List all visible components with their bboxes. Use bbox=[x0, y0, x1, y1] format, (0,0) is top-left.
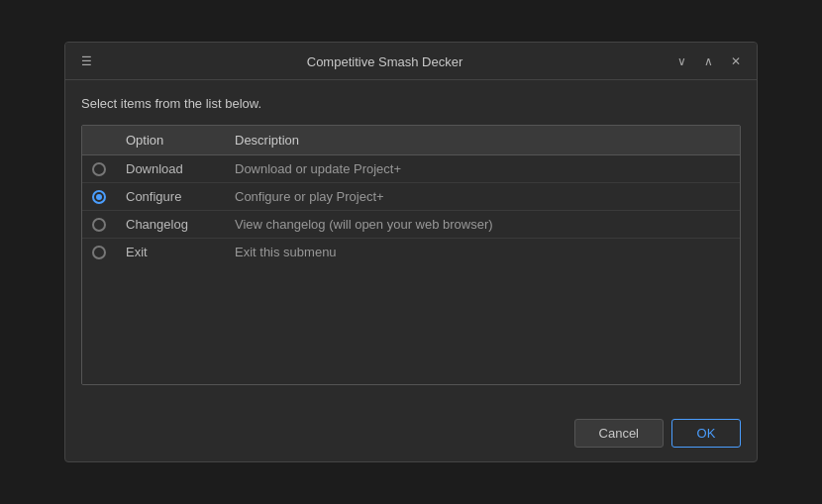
ok-button[interactable]: OK bbox=[671, 419, 741, 448]
menu-icon[interactable]: ☰ bbox=[77, 53, 96, 69]
radio-configure[interactable] bbox=[92, 190, 106, 204]
dialog-title: Competitive Smash Decker bbox=[307, 54, 463, 69]
table-row[interactable]: ExitExit this submenu bbox=[82, 239, 740, 266]
empty-area bbox=[82, 265, 740, 384]
instruction-text: Select items from the list below. bbox=[81, 96, 741, 111]
radio-cell[interactable] bbox=[82, 155, 116, 183]
col-header-option: Option bbox=[116, 126, 225, 155]
option-name-changelog: Changelog bbox=[116, 211, 225, 239]
table-row[interactable]: ConfigureConfigure or play Project+ bbox=[82, 183, 740, 211]
cancel-button[interactable]: Cancel bbox=[574, 419, 664, 448]
title-bar: ☰ Competitive Smash Decker ∨ ∧ ✕ bbox=[65, 43, 757, 80]
options-table: Option Description DownloadDownload or u… bbox=[82, 126, 740, 265]
table-header-row: Option Description bbox=[82, 126, 740, 155]
table-row[interactable]: DownloadDownload or update Project+ bbox=[82, 155, 740, 183]
table-row[interactable]: ChangelogView changelog (will open your … bbox=[82, 211, 740, 239]
dialog-footer: Cancel OK bbox=[65, 411, 757, 461]
option-name-exit: Exit bbox=[116, 239, 225, 266]
col-header-description: Description bbox=[225, 126, 740, 155]
minimize-button[interactable]: ∨ bbox=[673, 53, 690, 69]
option-name-configure: Configure bbox=[116, 183, 225, 211]
option-desc-changelog: View changelog (will open your web brows… bbox=[225, 211, 740, 239]
radio-cell[interactable] bbox=[82, 239, 116, 266]
close-button[interactable]: ✕ bbox=[727, 53, 745, 69]
maximize-button[interactable]: ∧ bbox=[700, 53, 717, 69]
overlay: ☰ Competitive Smash Decker ∨ ∧ ✕ Select … bbox=[0, 0, 822, 504]
radio-cell[interactable] bbox=[82, 183, 116, 211]
radio-changelog[interactable] bbox=[92, 218, 106, 232]
title-bar-left: ☰ bbox=[77, 53, 96, 69]
dialog: ☰ Competitive Smash Decker ∨ ∧ ✕ Select … bbox=[64, 42, 758, 462]
title-bar-controls: ∨ ∧ ✕ bbox=[673, 53, 745, 69]
option-name-download: Download bbox=[116, 155, 225, 183]
col-header-radio bbox=[82, 126, 116, 155]
radio-exit[interactable] bbox=[92, 246, 106, 259]
dialog-body: Select items from the list below. Option… bbox=[65, 80, 757, 411]
option-desc-download: Download or update Project+ bbox=[225, 155, 740, 183]
radio-download[interactable] bbox=[92, 162, 106, 176]
option-desc-configure: Configure or play Project+ bbox=[225, 183, 740, 211]
radio-cell[interactable] bbox=[82, 211, 116, 239]
option-desc-exit: Exit this submenu bbox=[225, 239, 740, 266]
options-table-container: Option Description DownloadDownload or u… bbox=[81, 125, 741, 385]
